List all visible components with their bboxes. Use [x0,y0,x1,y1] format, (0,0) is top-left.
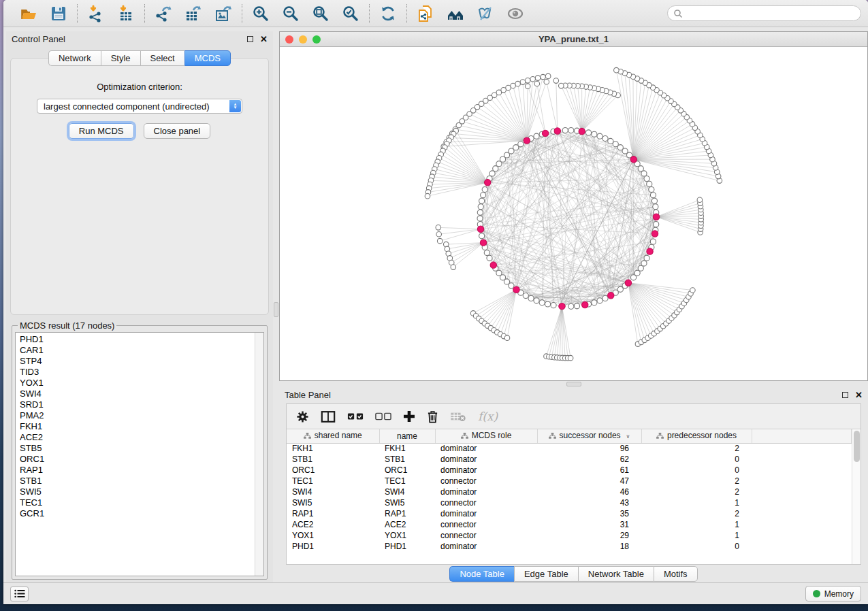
table-row[interactable]: ORC1ORC1dominator610 [287,465,852,476]
cell-name[interactable]: PHD1 [379,541,435,552]
mcds-result-item[interactable]: CAR1 [20,345,255,356]
mcds-result-item[interactable]: STP4 [20,356,255,367]
mcds-result-item[interactable]: PHD1 [20,334,255,345]
save-session-button[interactable] [48,3,69,24]
cell-predecessor-nodes[interactable]: 0 [641,541,752,552]
cell-successor-nodes[interactable]: 96 [537,443,641,454]
splitter-grip[interactable] [274,302,278,317]
cell-shared-name[interactable]: ORC1 [287,465,379,476]
table-row[interactable]: FKH1FKH1dominator962 [287,443,852,454]
scrollbar-thumb[interactable] [854,431,860,462]
close-panel-icon[interactable]: ✕ [855,391,863,399]
open-file-button[interactable] [18,3,39,24]
cell-shared-name[interactable]: PHD1 [287,541,379,552]
mcds-result-item[interactable]: ORC1 [20,454,255,465]
export-table-button[interactable] [183,3,204,24]
run-mcds-button[interactable]: Run MCDS [69,123,134,139]
cell-name[interactable]: YOX1 [379,530,435,541]
cell-predecessor-nodes[interactable]: 2 [641,486,752,497]
cell-mcds-role[interactable]: connector [435,497,537,508]
network-overview-button[interactable] [445,3,466,24]
cell-name[interactable]: ORC1 [379,465,435,476]
cell-shared-name[interactable]: FKH1 [287,443,379,454]
cell-name[interactable]: ACE2 [379,519,435,530]
table-row[interactable]: SWI5SWI5connector431 [287,497,852,508]
cell-predecessor-nodes[interactable]: 1 [641,530,752,541]
mcds-result-item[interactable]: SWI4 [20,389,255,399]
mcds-result-item[interactable]: TID3 [20,367,255,378]
cell-successor-nodes[interactable]: 43 [537,497,641,508]
cell-mcds-role[interactable]: connector [435,530,537,541]
cell-mcds-role[interactable]: dominator [435,541,537,552]
network-graph[interactable] [280,47,867,380]
mcds-result-item[interactable]: SRD1 [20,399,255,410]
tab-motifs[interactable]: Motifs [654,566,698,582]
delete-columns-button[interactable] [427,410,438,423]
function-builder-button[interactable]: f(x) [478,410,498,423]
cell-successor-nodes[interactable]: 18 [537,541,641,552]
cell-shared-name[interactable]: RAP1 [287,508,379,519]
import-table-button[interactable] [116,3,136,24]
export-image-button[interactable] [213,3,234,24]
create-column-button[interactable] [403,410,415,423]
import-network-button[interactable] [86,3,106,24]
refresh-view-button[interactable] [378,3,398,24]
optimization-criterion-select[interactable]: largest connected component (undirected)… [37,99,242,114]
tab-node-table[interactable]: Node Table [449,566,514,582]
mcds-result-item[interactable]: GCR1 [20,508,255,519]
tab-network-table[interactable]: Network Table [578,566,654,582]
cell-successor-nodes[interactable]: 62 [537,454,641,465]
mcds-result-item[interactable]: ACE2 [20,432,255,443]
cell-mcds-role[interactable]: dominator [435,508,537,519]
cell-successor-nodes[interactable]: 31 [537,519,641,530]
cell-shared-name[interactable]: ACE2 [287,519,379,530]
cell-name[interactable]: SWI4 [379,486,435,497]
mcds-list-scrollbar[interactable] [255,333,263,576]
hide-graphics-details-button[interactable] [475,3,496,24]
network-canvas[interactable] [280,47,867,380]
table-scrollbar[interactable] [852,429,861,564]
mcds-result-item[interactable]: YOX1 [20,378,255,389]
tab-network[interactable]: Network [48,50,101,66]
table-row[interactable]: ACE2ACE2connector311 [287,519,852,530]
splitter-grip[interactable] [566,382,581,386]
tab-edge-table[interactable]: Edge Table [514,566,578,582]
close-panel-icon[interactable]: ✕ [260,35,268,44]
cell-predecessor-nodes[interactable]: 2 [641,476,752,486]
close-window-icon[interactable] [285,35,293,44]
cell-predecessor-nodes[interactable]: 0 [641,465,752,476]
column-header-predecessor-nodes[interactable]: predecessor nodes [641,429,752,443]
cell-mcds-role[interactable]: connector [435,476,537,486]
table-row[interactable]: SWI4SWI4dominator462 [287,486,852,497]
column-header-name[interactable]: name [379,429,435,443]
memory-button[interactable]: Memory [805,586,861,601]
mcds-result-item[interactable]: FKH1 [20,421,255,432]
network-titlebar[interactable]: YPA_prune.txt_1 [280,32,867,47]
cell-predecessor-nodes[interactable]: 2 [641,443,752,454]
mcds-result-item[interactable]: STB5 [20,443,255,454]
cell-shared-name[interactable]: STB1 [287,454,379,465]
zoom-fit-button[interactable] [310,3,331,24]
mcds-result-item[interactable]: SWI5 [20,486,255,497]
cell-predecessor-nodes[interactable]: 1 [641,497,752,508]
cell-successor-nodes[interactable]: 61 [537,465,641,476]
cell-shared-name[interactable]: TEC1 [287,476,379,486]
mcds-result-item[interactable]: PMA2 [20,410,255,421]
table-row[interactable]: YOX1YOX1connector291 [287,530,852,541]
cell-mcds-role[interactable]: connector [435,519,537,530]
export-network-button[interactable] [153,3,174,24]
maximize-window-icon[interactable] [312,35,321,44]
table-settings-button[interactable] [296,410,309,423]
horizontal-splitter[interactable] [279,381,868,387]
deselect-all-checkboxes-button[interactable] [375,412,391,420]
float-panel-icon[interactable] [842,392,848,398]
table-row[interactable]: RAP1RAP1dominator352 [287,508,852,519]
table-row[interactable]: PHD1PHD1dominator180 [287,541,852,552]
zoom-selected-button[interactable] [340,3,361,24]
cell-name[interactable]: SWI5 [379,497,435,508]
search-input[interactable] [686,9,855,18]
column-header-shared-name[interactable]: shared name [287,429,379,443]
cell-mcds-role[interactable]: dominator [435,465,537,476]
table-row[interactable]: STB1STB1dominator620 [287,454,852,465]
close-panel-button[interactable]: Close panel [144,123,211,139]
